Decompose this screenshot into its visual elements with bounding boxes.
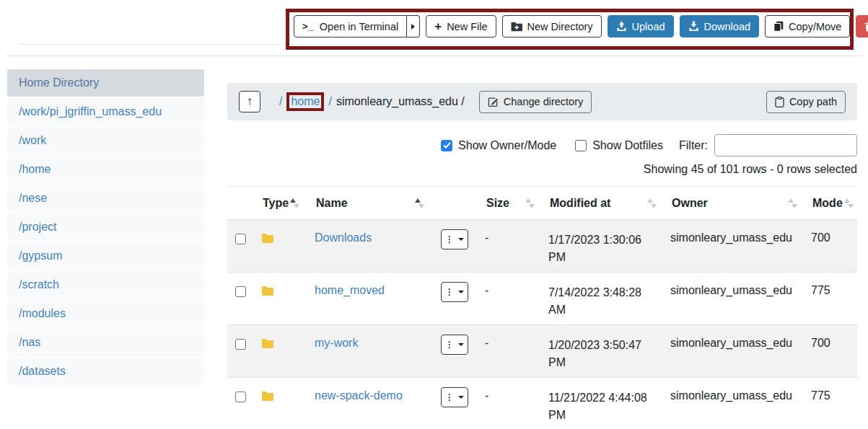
column-header-label: Type [261,197,289,210]
sidebar-item-home[interactable]: /home [7,156,204,183]
trash-icon [864,22,868,32]
file-type-cell [261,231,315,247]
file-owner: simonleary_umass_edu [670,231,811,244]
caret-down-icon [458,396,464,399]
breadcrumb-current-directory: simonleary_umass_edu / [336,95,465,108]
new-directory-button[interactable]: New Directory [502,15,602,37]
sidebar-item-label: /modules [19,307,66,320]
download-button[interactable]: Download [680,15,760,37]
sidebar-item-gypsum[interactable]: /gypsum [7,242,204,270]
sidebar-item-nas[interactable]: /nas [7,329,204,356]
row-actions-dropdown-button[interactable]: ⋮ [441,282,468,302]
row-actions-dropdown-button[interactable]: ⋮ [441,387,468,407]
open-in-terminal-caret-button[interactable] [407,15,420,37]
sidebar-item-label: /nese [19,192,47,205]
column-header-label: Modified at [548,197,610,210]
breadcrumb-home-link[interactable]: home [291,95,320,107]
show-dotfiles-toggle[interactable]: Show Dotfiles [575,139,663,152]
column-header-name[interactable]: Name [315,197,485,210]
show-owner-mode-toggle[interactable]: Show Owner/Mode [441,139,556,152]
sidebar-item-home-directory[interactable]: Home Directory [7,69,204,97]
column-header-label: Name [315,197,348,210]
file-owner: simonleary_umass_edu [670,389,811,402]
file-name-link[interactable]: my-work [315,337,358,349]
table-controls: Show Owner/Mode Show Dotfiles Filter: [227,134,857,156]
file-owner: simonleary_umass_edu [670,337,811,350]
sort-carets-icon [290,198,300,209]
show-dotfiles-checkbox[interactable] [575,140,587,151]
sidebar-item-work[interactable]: /work [7,127,204,154]
show-owner-mode-checkbox[interactable] [441,140,452,151]
sidebar-item-datasets[interactable]: /datasets [7,358,204,385]
file-owner: simonleary_umass_edu [670,284,811,297]
row-checkbox[interactable] [235,392,246,402]
column-header-modified-at[interactable]: Modified at [548,197,670,210]
rows-status-text: Showing 45 of 101 rows - 0 rows selected [227,163,857,176]
filter-input[interactable] [714,134,857,156]
sort-carets-icon [415,198,425,209]
copy-icon [773,21,784,32]
caret-down-icon [458,343,464,346]
kebab-icon: ⋮ [445,340,454,349]
go-up-directory-button[interactable]: ↑ [239,91,260,112]
table-row: home_moved ⋮ - 7/14/2022 3:48:28 AM simo… [227,273,857,325]
sidebar-item-project[interactable]: /project [7,213,204,241]
page-divider [6,56,862,56]
edit-icon [488,97,499,107]
file-modified-at: 1/20/2023 3:50:47 PM [548,337,670,371]
row-checkbox[interactable] [235,286,246,297]
breadcrumb-bar: ↑ / home / simonleary_umass_edu / Change… [227,83,857,120]
file-name-link[interactable]: home_moved [315,284,385,296]
copy-move-button[interactable]: Copy/Move [765,15,850,37]
breadcrumb-root-link[interactable]: / [279,95,282,108]
row-actions-dropdown-button[interactable]: ⋮ [441,229,468,249]
sort-carets-icon [844,198,854,209]
terminal-icon: >_ [302,21,315,32]
sidebar-item-nese[interactable]: /nese [7,185,204,212]
change-directory-label: Change directory [504,96,583,107]
delete-button[interactable]: Delete [856,15,868,37]
filter-label: Filter: [679,139,708,152]
folder-icon [261,391,274,402]
column-header-label: Size [485,197,509,210]
plus-icon: + [434,19,442,34]
open-in-terminal-split: >_ Open in Terminal [294,15,420,37]
column-header-mode[interactable]: Mode [811,197,857,210]
folder-plus-icon [511,22,522,32]
sidebar-item-label: /nas [19,336,40,349]
file-mode: 700 [811,337,857,350]
file-modified-at: 7/14/2022 3:48:28 AM [548,284,670,318]
files-table: Type Name Size Modified at Owner Mode Do… [227,186,857,429]
sidebar-item-label: /work/pi_jgriffin_umass_edu [19,105,162,118]
copy-path-button[interactable]: Copy path [766,91,846,113]
file-type-cell [261,284,315,299]
check-icon [443,142,451,149]
kebab-icon: ⋮ [445,288,454,296]
sidebar-item-work-pi-jgriffin-umass-edu[interactable]: /work/pi_jgriffin_umass_edu [7,98,204,125]
open-in-terminal-button[interactable]: >_ Open in Terminal [294,15,407,37]
row-checkbox[interactable] [235,339,246,350]
new-file-button[interactable]: + New File [426,15,496,37]
file-name-link[interactable]: new-spack-demo [315,389,403,402]
file-type-cell [261,389,315,404]
clipboard-icon [775,97,784,107]
folder-icon [261,338,274,349]
change-directory-button[interactable]: Change directory [479,91,592,113]
upload-icon [616,21,627,32]
column-header-type[interactable]: Type [261,197,315,210]
row-actions-dropdown-button[interactable]: ⋮ [441,335,468,355]
sidebar-item-label: /project [19,221,56,234]
column-header-owner[interactable]: Owner [670,197,811,210]
home-link-annotation-box: home [286,92,324,111]
sidebar-item-scratch[interactable]: /scratch [7,271,204,298]
file-mode: 775 [811,389,857,402]
sidebar-item-modules[interactable]: /modules [7,300,204,327]
column-header-size[interactable]: Size [485,197,548,210]
file-size: - [485,337,548,350]
row-checkbox[interactable] [235,234,246,244]
file-name-link[interactable]: Downloads [315,231,372,244]
breadcrumb-separator[interactable]: / [328,95,331,108]
upload-button[interactable]: Upload [608,15,674,37]
sort-carets-icon [788,198,798,209]
file-size: - [485,284,548,297]
